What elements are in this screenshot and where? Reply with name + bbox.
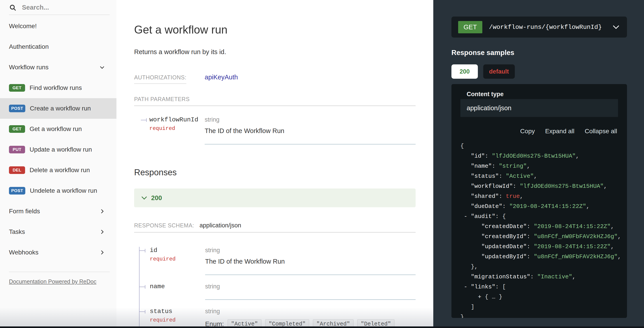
- collapse-all-button[interactable]: Collapse all: [585, 128, 617, 135]
- code-token: :: [499, 173, 506, 179]
- sidebar-item-form-fields[interactable]: Form fields: [0, 201, 116, 222]
- code-line: + { … }: [460, 292, 620, 302]
- tree-connector-icon: [140, 312, 145, 312]
- content-type-select[interactable]: application/json: [460, 99, 618, 117]
- code-token: :: [499, 193, 506, 200]
- code-token: "dueDate": [471, 203, 502, 210]
- code-token: ,: [604, 183, 607, 190]
- code-token: {: [482, 294, 492, 300]
- sidebar-item-undelete-a-workflow-run[interactable]: POSTUndelete a workflow run: [0, 180, 116, 201]
- code-token: "Inactive": [537, 273, 572, 280]
- code-line: },: [460, 262, 620, 272]
- copy-button[interactable]: Copy: [520, 128, 535, 135]
- field-type: string: [205, 247, 416, 254]
- sidebar-item-find-workflow-runs[interactable]: GETFind workflow runs: [0, 78, 116, 98]
- sidebar-menu: Welcome!AuthenticationWorkflow runsGETFi…: [0, 16, 116, 263]
- sidebar-item-label: Form fields: [9, 208, 40, 215]
- code-line: "updatedDate": "2019-08-24T14:15:22Z",: [460, 242, 620, 252]
- method-badge-post: POST: [9, 105, 25, 112]
- code-token: …: [492, 294, 495, 300]
- endpoint-selector[interactable]: GET /workflow-runs/{workflowRunId}: [452, 16, 627, 37]
- method-badge-put: PUT: [9, 146, 25, 153]
- auth-scheme-link[interactable]: apiKeyAuth: [205, 74, 238, 81]
- code-token: "Active": [506, 173, 534, 179]
- field-type: string: [205, 283, 416, 290]
- code-token: [460, 193, 471, 200]
- sample-tab-200[interactable]: 200: [452, 64, 478, 79]
- field-type: string: [205, 116, 416, 123]
- code-token: [460, 183, 471, 190]
- code-token: },: [460, 263, 478, 270]
- sidebar-item-welcome[interactable]: Welcome!: [0, 16, 116, 36]
- code-line: "createdDate": "2019-08-24T14:15:22Z",: [460, 222, 620, 232]
- code-token: "2019-08-24T14:15:22Z": [509, 203, 586, 210]
- redoc-attribution-link[interactable]: Documentation Powered by ReDoc: [9, 278, 96, 285]
- main-content: Get a workflow run Returns a workflow ru…: [116, 0, 433, 328]
- chevron-down-icon: [141, 196, 147, 200]
- search-box[interactable]: [9, 3, 110, 15]
- code-token: [460, 163, 471, 169]
- code-token: ,: [618, 233, 620, 240]
- sidebar-item-label: Undelete a workflow run: [30, 187, 97, 194]
- search-input[interactable]: [22, 3, 90, 11]
- code-line: "status": "Active",: [460, 171, 620, 181]
- response-code: 200: [151, 194, 162, 202]
- code-line: "id": "lfJdOEd0Hs275-Btw15HUA",: [460, 151, 620, 161]
- collapse-toggle[interactable]: -: [460, 284, 471, 290]
- samples-panel: GET /workflow-runs/{workflowRunId} Respo…: [433, 0, 644, 328]
- sidebar-item-update-a-workflow-run[interactable]: PUTUpdate a workflow run: [0, 139, 116, 160]
- code-line: ]: [460, 302, 620, 312]
- sidebar-item-workflow-runs[interactable]: Workflow runs: [0, 57, 116, 78]
- sidebar-item-webhooks[interactable]: Webhooks: [0, 242, 116, 263]
- endpoint-path: /workflow-runs/{workflowRunId}: [489, 24, 613, 31]
- code-token: ,: [618, 253, 620, 260]
- code-line: {: [460, 141, 620, 151]
- sample-tab-default[interactable]: default: [483, 64, 515, 79]
- code-line: "workflowId": "lfJdOEd0Hs275-Btw15HUA",: [460, 181, 620, 191]
- sidebar-item-delete-a-workflow-run[interactable]: DELDelete a workflow run: [0, 160, 116, 180]
- sidebar-item-get-a-workflow-run[interactable]: GETGet a workflow run: [0, 119, 116, 139]
- sidebar-item-authentication[interactable]: Authentication: [0, 36, 116, 57]
- schema-content-type[interactable]: application/json: [200, 222, 241, 229]
- collapse-toggle[interactable]: +: [478, 294, 482, 300]
- code-token: }: [495, 294, 502, 300]
- code-token: :: [485, 153, 492, 160]
- code-line: "shared": true,: [460, 191, 620, 201]
- code-token: ,: [611, 223, 614, 230]
- code-token: "lfJdOEd0Hs275-Btw15HUA": [492, 153, 576, 160]
- content-type-value: application/json: [467, 104, 512, 112]
- method-badge-get: GET: [9, 84, 25, 92]
- collapse-toggle[interactable]: -: [460, 213, 471, 220]
- chevron-right-icon: [99, 208, 105, 214]
- code-token: "u8nFCf_nW0FbFAV2kHZJ6g": [534, 253, 618, 260]
- sidebar-item-label: Authentication: [9, 43, 48, 50]
- sidebar-item-label: Create a workflow run: [30, 105, 91, 112]
- field-name: workflowRunId: [149, 116, 205, 123]
- field-type: string: [205, 308, 416, 315]
- sample-tab-panel: Content type application/json CopyExpand…: [452, 84, 627, 318]
- field-description: The ID of the Workflow Run: [205, 258, 416, 265]
- operation-description: Returns a workflow run by its id.: [134, 48, 416, 56]
- chevron-down-icon: [613, 25, 619, 29]
- sidebar-item-label: Tasks: [9, 228, 25, 235]
- field-required-badge: required: [150, 256, 205, 262]
- search-icon: [9, 4, 16, 11]
- code-line: "migrationStatus": "Inactive",: [460, 272, 620, 282]
- field-name: name: [150, 283, 205, 290]
- response-200-toggle[interactable]: 200: [134, 188, 416, 207]
- response-schema-label: RESPONSE SCHEMA:: [134, 222, 200, 229]
- code-token: :: [527, 233, 534, 240]
- code-line: }: [460, 312, 620, 318]
- expand-all-button[interactable]: Expand all: [545, 128, 574, 135]
- sidebar-item-create-a-workflow-run[interactable]: POSTCreate a workflow run: [0, 98, 116, 119]
- path-parameters-label: PATH PARAMETERS: [134, 96, 200, 102]
- schema-field-tree: idrequiredstringThe ID of the Workflow R…: [139, 247, 416, 328]
- code-line: "name": "string",: [460, 161, 620, 171]
- sidebar-item-tasks[interactable]: Tasks: [0, 222, 116, 242]
- code-token: :: [527, 223, 534, 230]
- code-token: [460, 173, 471, 179]
- code-token: "2019-08-24T14:15:22Z": [534, 223, 611, 230]
- field-required-badge: required: [149, 125, 205, 132]
- responses-heading: Responses: [134, 168, 416, 177]
- schema-field-row-name: namestring: [140, 275, 416, 300]
